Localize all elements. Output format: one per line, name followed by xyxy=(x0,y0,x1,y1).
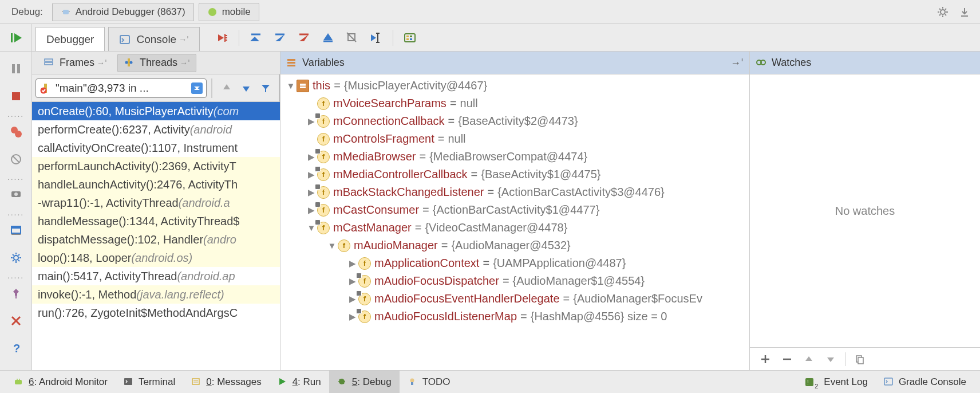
prev-frame-button[interactable] xyxy=(219,81,234,96)
tab-console[interactable]: Console →ˈ xyxy=(108,27,200,51)
svg-marker-33 xyxy=(371,34,376,41)
tab-label: Android Debugger (8637) xyxy=(76,6,185,18)
frames-toolbar: "main"@3,973 in ... xyxy=(32,74,280,102)
remove-watch-button[interactable] xyxy=(780,352,795,367)
variable-row[interactable]: ▼f mCastManager = {VideoCastManager@4478… xyxy=(280,219,749,237)
svg-rect-42 xyxy=(12,64,15,73)
mute-breakpoints-button[interactable] xyxy=(8,151,24,167)
svg-line-12 xyxy=(939,14,941,15)
svg-line-62 xyxy=(13,260,14,261)
svg-rect-43 xyxy=(17,64,20,73)
stack-frame[interactable]: handleLaunchActivity():2476, ActivityTh xyxy=(32,175,280,194)
add-watch-button[interactable] xyxy=(758,352,773,367)
resume-button[interactable] xyxy=(8,31,24,45)
next-frame-button[interactable] xyxy=(239,81,254,96)
stack-frame[interactable]: performLaunchActivity():2369, ActivityT xyxy=(32,157,280,175)
thread-selector[interactable]: "main"@3,973 in ... xyxy=(35,78,207,98)
status-event-log[interactable]: ! 2 Event Log xyxy=(796,371,876,393)
stack-frame[interactable]: callActivityOnCreate():1107, Instrument xyxy=(32,139,280,157)
variable-row[interactable]: ▶f mAudioFocusEventHandlerDelegate = {Au… xyxy=(280,290,749,308)
stack-frame[interactable]: onCreate():60, MusicPlayerActivity (com xyxy=(32,102,280,120)
svg-rect-16 xyxy=(120,36,129,44)
step-into-button[interactable] xyxy=(270,28,290,48)
step-out-button[interactable] xyxy=(318,28,338,48)
watches-empty: No watches xyxy=(750,74,980,347)
settings-button[interactable] xyxy=(8,250,24,266)
variable-row[interactable]: ▶f mAudioFocusDispatcher = {AudioManager… xyxy=(280,272,749,290)
stack-frame[interactable]: invoke():-1, Method (java.lang.reflect) xyxy=(32,285,280,304)
status-todo[interactable]: TODO xyxy=(400,371,459,393)
move-up-button[interactable] xyxy=(801,352,816,367)
tab-android-debugger[interactable]: Android Debugger (8637) xyxy=(52,3,194,21)
chevron-right-icon[interactable]: ▶ xyxy=(347,258,358,269)
threads-icon xyxy=(124,57,135,69)
variable-row[interactable]: ▶f mMediaControllerCallback = {BaseActiv… xyxy=(280,166,749,183)
svg-rect-85 xyxy=(300,85,306,87)
variable-row[interactable]: ▼f mAudioManager = {AudioManager@4532} xyxy=(280,237,749,254)
variable-row[interactable]: ▶f mControlsFragment = null xyxy=(280,130,749,148)
svg-point-107 xyxy=(410,378,414,382)
stack-frame[interactable]: main():5417, ActivityThread (android.ap xyxy=(32,267,280,285)
status-messages[interactable]: 0: Messages xyxy=(183,371,269,393)
stack-frame[interactable]: run():726, ZygoteInit$MethodAndArgsC xyxy=(32,304,280,322)
svg-point-50 xyxy=(14,192,18,196)
svg-rect-74 xyxy=(287,65,295,66)
variables-pane[interactable]: ▼ this = {MusicPlayerActivity@4467}▶f mV… xyxy=(280,74,750,370)
show-execution-point-button[interactable] xyxy=(212,28,232,48)
stack-frame[interactable]: -wrap11():-1, ActivityThread (android.a xyxy=(32,194,280,212)
view-breakpoints-button[interactable] xyxy=(8,124,24,140)
status-gradle-console[interactable]: Gradle Console xyxy=(876,371,974,393)
stack-frame[interactable]: loop():148, Looper (android.os) xyxy=(32,249,280,267)
download-icon[interactable] xyxy=(957,5,972,19)
pin-button[interactable] xyxy=(8,285,24,301)
variable-row[interactable]: ▶f mAudioFocusIdListenerMap = {HashMap@4… xyxy=(280,308,749,325)
variable-row[interactable]: ▶f mApplicationContext = {UAMPApplicatio… xyxy=(280,254,749,272)
chevron-down-icon[interactable]: ▼ xyxy=(326,241,338,250)
stack-frame[interactable]: performCreate():6237, Activity (android xyxy=(32,120,280,139)
force-step-into-button[interactable] xyxy=(294,28,314,48)
run-to-cursor-button[interactable] xyxy=(366,28,386,48)
frames-tab[interactable]: Frames →ˈ xyxy=(38,54,113,72)
stack-frame[interactable]: dispatchMessage():102, Handler (andro xyxy=(32,230,280,249)
stack-frame[interactable]: handleMessage():1344, ActivityThread$ xyxy=(32,212,280,230)
drop-frame-button[interactable] xyxy=(342,28,362,48)
chevron-down-icon[interactable]: ▼ xyxy=(285,81,297,91)
tab-mobile[interactable]: mobile xyxy=(199,3,259,21)
variable-row[interactable]: ▶f mBackStackChangedListener = {ActionBa… xyxy=(280,183,749,201)
messages-icon xyxy=(191,377,201,387)
step-over-button[interactable] xyxy=(246,28,266,48)
variable-row[interactable]: ▶f mCastConsumer = {ActionBarCastActivit… xyxy=(280,201,749,219)
frames-list[interactable]: onCreate():60, MusicPlayerActivity (comp… xyxy=(32,102,280,370)
stop-button[interactable] xyxy=(8,88,24,104)
evaluate-expression-button[interactable] xyxy=(400,28,420,48)
tab-debugger[interactable]: Debugger xyxy=(35,27,105,51)
variable-row[interactable]: ▶f mMediaBrowser = {MediaBrowserCompat@4… xyxy=(280,148,749,166)
status-terminal[interactable]: Terminal xyxy=(116,371,183,393)
help-button[interactable]: ? xyxy=(8,340,24,356)
field-icon: f xyxy=(358,257,371,270)
move-down-button[interactable] xyxy=(823,352,838,367)
debug-sidebar: ····· ····· ····· ····· ? xyxy=(0,52,32,370)
duplicate-watch-button[interactable] xyxy=(852,352,867,367)
svg-marker-17 xyxy=(218,34,224,41)
get-thread-dump-button[interactable] xyxy=(8,187,24,203)
gear-icon[interactable] xyxy=(935,5,950,19)
filter-button[interactable] xyxy=(258,81,273,96)
variable-row[interactable]: ▶f mConnectionCallback = {BaseActivity$2… xyxy=(280,112,749,130)
svg-rect-0 xyxy=(63,10,69,14)
variable-value: {VideoCastManager@4478} xyxy=(425,221,567,234)
variable-row[interactable]: ▶f mVoiceSearchParams = null xyxy=(280,95,749,112)
restore-layout-button[interactable] xyxy=(8,222,24,238)
svg-point-96 xyxy=(19,379,20,380)
status-run[interactable]: 4: Run xyxy=(270,371,329,393)
variable-value: {AudioManager$1@4554} xyxy=(513,274,645,288)
status-debug[interactable]: 5: Debug xyxy=(329,371,400,393)
close-button[interactable] xyxy=(8,313,24,329)
threads-tab[interactable]: Threads →ˈ xyxy=(117,54,196,72)
variable-row[interactable]: ▼ this = {MusicPlayerActivity@4467} xyxy=(280,77,749,95)
variable-name: mVoiceSearchParams xyxy=(333,97,446,110)
svg-rect-84 xyxy=(300,84,306,85)
pause-button[interactable] xyxy=(8,61,24,77)
variable-name: mAudioManager xyxy=(354,239,438,252)
status-android-monitor[interactable]: 6: Android Monitor xyxy=(6,371,116,393)
